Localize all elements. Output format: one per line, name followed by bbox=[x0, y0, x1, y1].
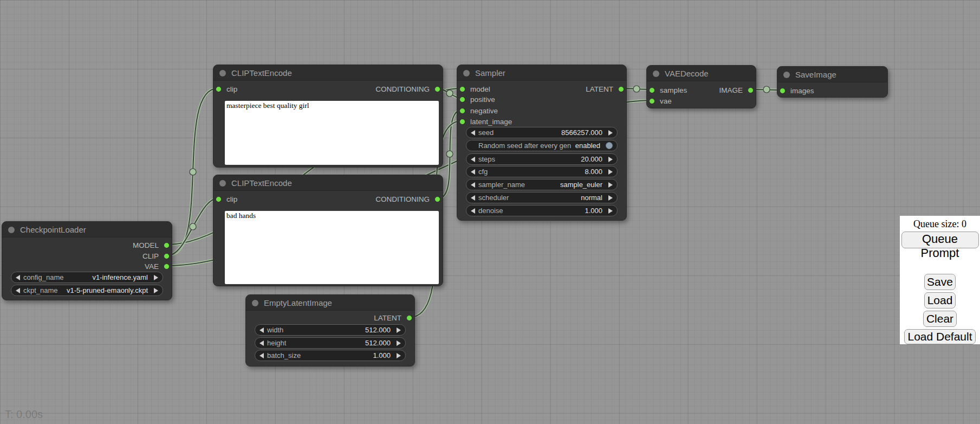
increment-arrow-icon[interactable] bbox=[397, 327, 401, 333]
node-save-image[interactable]: SaveImage images bbox=[777, 66, 888, 98]
input-port-vae[interactable] bbox=[649, 98, 655, 104]
node-title: Sampler bbox=[475, 68, 505, 78]
output-port-conditioning[interactable] bbox=[434, 196, 440, 202]
input-row-images: images bbox=[777, 85, 887, 96]
output-row-model: MODEL bbox=[2, 240, 172, 250]
decrement-arrow-icon[interactable] bbox=[471, 130, 475, 136]
widget-random-seed-toggle[interactable]: Random seed after every gen enabled bbox=[466, 140, 618, 151]
output-port-clip[interactable] bbox=[164, 253, 170, 259]
node-vae-decode[interactable]: VAEDecode samples IMAGE vae bbox=[646, 65, 756, 108]
increment-arrow-icon[interactable] bbox=[608, 208, 613, 214]
widget-value: 1.000 bbox=[373, 351, 393, 359]
increment-arrow-icon[interactable] bbox=[608, 182, 613, 188]
widget-steps[interactable]: steps 20.000 bbox=[466, 153, 618, 165]
node-sampler[interactable]: Sampler model LATENT positive negative l… bbox=[457, 65, 627, 221]
queue-size-label: Queue size: 0 bbox=[900, 216, 980, 230]
output-port-image[interactable] bbox=[748, 87, 754, 93]
widget-label: denoise bbox=[478, 207, 503, 215]
widget-value: v1-inference.yaml bbox=[92, 273, 151, 281]
widget-height[interactable]: height 512.000 bbox=[255, 337, 406, 349]
input-port-latent-image[interactable] bbox=[459, 119, 465, 125]
widget-label: scheduler bbox=[478, 194, 509, 202]
menu-panel: Queue size: 0 Queue Prompt Save Load Cle… bbox=[900, 216, 980, 344]
output-port-conditioning[interactable] bbox=[434, 86, 440, 92]
collapse-dot-icon[interactable] bbox=[219, 70, 226, 76]
widget-cfg[interactable]: cfg 8.000 bbox=[466, 166, 618, 177]
load-button[interactable]: Load bbox=[924, 292, 956, 309]
node-clip-text-encode-negative[interactable]: CLIPTextEncode clip CONDITIONING bad han… bbox=[213, 175, 443, 286]
widget-seed[interactable]: seed 8566257.000 bbox=[466, 127, 618, 138]
widget-ckpt-name[interactable]: ckpt_name v1-5-pruned-emaonly.ckpt bbox=[11, 285, 163, 296]
node-title: SaveImage bbox=[795, 70, 836, 79]
prompt-textarea[interactable]: bad hands bbox=[225, 211, 439, 284]
increment-arrow-icon[interactable] bbox=[397, 353, 401, 358]
widget-sampler-name[interactable]: sampler_name sample_euler bbox=[466, 179, 618, 190]
increment-arrow-icon[interactable] bbox=[608, 169, 613, 175]
decrement-arrow-icon[interactable] bbox=[16, 275, 20, 280]
increment-arrow-icon[interactable] bbox=[608, 130, 613, 136]
collapse-dot-icon[interactable] bbox=[8, 227, 15, 233]
decrement-arrow-icon[interactable] bbox=[471, 195, 475, 201]
output-row-clip: CLIP bbox=[2, 250, 172, 261]
node-graph-canvas[interactable]: { "window": { "status_text": "T: 0.00s" … bbox=[0, 0, 980, 424]
output-label: IMAGE bbox=[719, 86, 743, 94]
node-title-bar[interactable]: VAEDecode bbox=[647, 66, 756, 81]
load-default-button[interactable]: Load Default bbox=[904, 329, 976, 344]
decrement-arrow-icon[interactable] bbox=[259, 341, 264, 346]
decrement-arrow-icon[interactable] bbox=[259, 353, 264, 358]
increment-arrow-icon[interactable] bbox=[154, 275, 158, 280]
collapse-dot-icon[interactable] bbox=[783, 72, 790, 78]
widget-scheduler[interactable]: scheduler normal bbox=[466, 192, 618, 203]
save-button[interactable]: Save bbox=[924, 274, 956, 290]
output-label: LATENT bbox=[586, 85, 613, 93]
output-port-vae[interactable] bbox=[164, 264, 170, 269]
widget-denoise[interactable]: denoise 1.000 bbox=[466, 205, 618, 216]
node-title-bar[interactable]: CLIPTextEncode bbox=[213, 175, 443, 191]
widget-label: width bbox=[267, 326, 283, 334]
output-port-latent[interactable] bbox=[618, 86, 624, 92]
widget-width[interactable]: width 512.000 bbox=[255, 324, 406, 336]
increment-arrow-icon[interactable] bbox=[608, 195, 613, 201]
input-port-negative[interactable] bbox=[459, 108, 465, 114]
output-label: CONDITIONING bbox=[375, 85, 430, 93]
increment-arrow-icon[interactable] bbox=[154, 288, 158, 293]
node-title-bar[interactable]: EmptyLatentImage bbox=[246, 295, 414, 311]
node-clip-text-encode-positive[interactable]: CLIPTextEncode clip CONDITIONING masterp… bbox=[213, 65, 443, 168]
input-row-positive: positive bbox=[457, 94, 626, 105]
link-midpoint-dot bbox=[633, 86, 640, 92]
node-checkpoint-loader[interactable]: CheckpointLoader MODEL CLIP VAE config_n… bbox=[2, 221, 172, 300]
queue-prompt-button[interactable]: Queue Prompt bbox=[901, 232, 979, 248]
collapse-dot-icon[interactable] bbox=[252, 300, 258, 306]
widget-batch-size[interactable]: batch_size 1.000 bbox=[255, 350, 406, 361]
node-empty-latent-image[interactable]: EmptyLatentImage LATENT width 512.000 he… bbox=[245, 294, 415, 367]
widget-value: v1-5-pruned-emaonly.ckpt bbox=[67, 286, 151, 294]
output-port-model[interactable] bbox=[164, 242, 170, 248]
toggle-dot-icon[interactable] bbox=[606, 142, 613, 149]
node-title-bar[interactable]: CheckpointLoader bbox=[2, 222, 172, 237]
widget-value: 20.000 bbox=[581, 155, 605, 163]
node-title-bar[interactable]: SaveImage bbox=[777, 67, 887, 82]
decrement-arrow-icon[interactable] bbox=[259, 327, 264, 333]
collapse-dot-icon[interactable] bbox=[653, 70, 659, 77]
prompt-textarea[interactable]: masterpiece best quality girl bbox=[225, 101, 439, 165]
collapse-dot-icon[interactable] bbox=[219, 180, 226, 187]
widget-value: enabled bbox=[575, 142, 603, 150]
increment-arrow-icon[interactable] bbox=[608, 157, 613, 162]
input-port-images[interactable] bbox=[780, 88, 786, 94]
node-title-bar[interactable]: Sampler bbox=[457, 65, 626, 81]
decrement-arrow-icon[interactable] bbox=[16, 288, 20, 293]
output-port-latent[interactable] bbox=[406, 315, 412, 321]
decrement-arrow-icon[interactable] bbox=[471, 182, 475, 188]
decrement-arrow-icon[interactable] bbox=[471, 208, 475, 214]
output-row-conditioning: CONDITIONING bbox=[213, 83, 443, 94]
decrement-arrow-icon[interactable] bbox=[471, 169, 475, 175]
output-row-latent: LATENT bbox=[457, 83, 626, 94]
output-label: LATENT bbox=[374, 314, 401, 322]
decrement-arrow-icon[interactable] bbox=[471, 157, 475, 162]
collapse-dot-icon[interactable] bbox=[463, 70, 470, 76]
clear-button[interactable]: Clear bbox=[923, 311, 957, 327]
input-port-positive[interactable] bbox=[459, 97, 465, 102]
node-title-bar[interactable]: CLIPTextEncode bbox=[213, 65, 443, 81]
widget-config-name[interactable]: config_name v1-inference.yaml bbox=[11, 272, 163, 283]
increment-arrow-icon[interactable] bbox=[397, 341, 401, 346]
